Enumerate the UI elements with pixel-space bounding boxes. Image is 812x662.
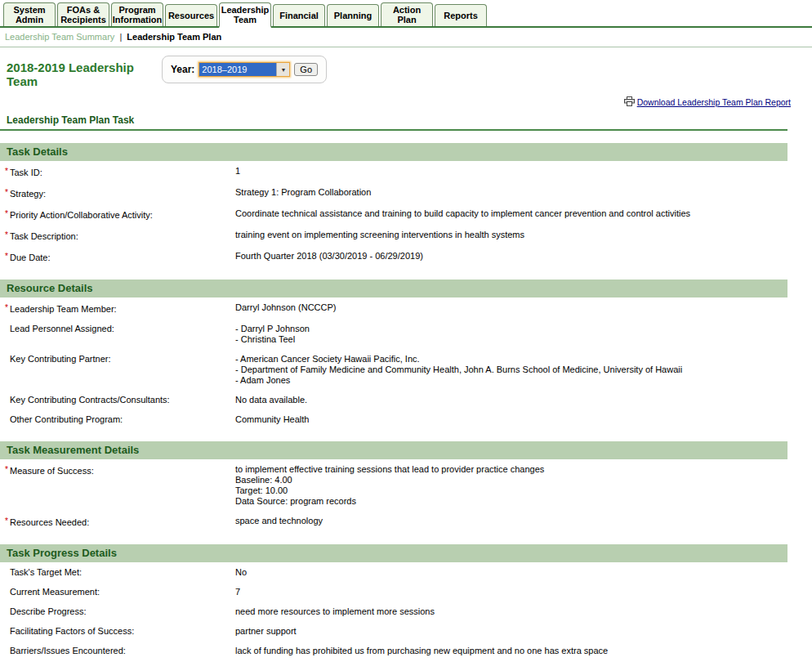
- tab-bar: System AdminFOAs & RecipientsProgram Inf…: [0, 0, 812, 28]
- field-row: *Measure of Success:to implement effecti…: [0, 459, 787, 511]
- field-value: 1: [235, 166, 787, 177]
- field-row: Barriers/Issues Encountered:lack of fund…: [0, 641, 787, 660]
- field-row: *Task ID:1: [0, 161, 787, 182]
- year-selector-box: Year: 2018–2019 ▼ Go: [162, 56, 327, 83]
- detail-section: Resource Details*Leadership Team Member:…: [0, 280, 787, 429]
- printer-icon: [624, 96, 635, 108]
- field-label-text: Key Contributing Partner:: [10, 354, 111, 364]
- field-value: No data available.: [235, 395, 787, 405]
- section-heading: Task Measurement Details: [0, 441, 787, 459]
- tab-label: Program Information: [113, 5, 163, 25]
- field-row: Key Contributing Partner:- American Canc…: [0, 349, 787, 390]
- tab-label: Leadership Team: [221, 5, 270, 25]
- field-label-text: Other Contributing Program:: [10, 414, 123, 424]
- section-heading: Task Progress Details: [0, 544, 787, 562]
- year-select-value: 2018–2019: [199, 63, 276, 76]
- field-label-text: Resources Needed:: [10, 517, 89, 527]
- field-label: Other Contributing Program:: [0, 414, 235, 425]
- field-label: Lead Personnel Assigned:: [0, 324, 235, 334]
- field-label-text: Key Contributing Contracts/Consultants:: [10, 395, 170, 405]
- field-label-text: Task's Target Met:: [10, 567, 82, 577]
- field-value: partner support: [235, 626, 787, 637]
- field-label: Current Measurement:: [0, 587, 235, 597]
- field-label: *Strategy:: [0, 187, 235, 199]
- field-label: Task's Target Met:: [0, 567, 235, 578]
- field-row: Other Contributing Program:Community Hea…: [0, 409, 787, 429]
- field-label-text: Measure of Success:: [10, 466, 94, 476]
- tab-reports[interactable]: Reports: [435, 4, 487, 26]
- breadcrumb: Leadership Team Summary | Leadership Tea…: [0, 28, 812, 47]
- tab-leadership-team[interactable]: Leadership Team: [219, 2, 271, 28]
- field-label-text: Leadership Team Member:: [10, 304, 117, 314]
- tab-action-plan[interactable]: Action Plan: [381, 2, 433, 26]
- field-value: Coordinate technical assistance and trai…: [235, 208, 787, 219]
- tab-label: FOAs & Recipients: [60, 5, 106, 25]
- go-button[interactable]: Go: [294, 63, 318, 76]
- sections-container: Task Details*Task ID:1*Strategy:Strategy…: [0, 143, 787, 662]
- field-value: Community Health: [235, 414, 787, 425]
- field-row: *Due Date:Fourth Quarter 2018 (03/30/201…: [0, 246, 787, 267]
- tab-system-admin[interactable]: System Admin: [3, 2, 56, 26]
- field-row: Current Measurement:7: [0, 582, 787, 602]
- field-value: 7: [235, 587, 787, 597]
- field-label: *Task ID:: [0, 166, 235, 178]
- tab-foas-recipients[interactable]: FOAs & Recipients: [57, 2, 109, 26]
- field-label-text: Task ID:: [10, 168, 42, 177]
- detail-section: Task Progress DetailsTask's Target Met:N…: [0, 544, 787, 662]
- field-label-text: Strategy:: [10, 189, 46, 199]
- field-value: - American Cancer Society Hawaii Pacific…: [235, 354, 787, 386]
- field-label: Key Contributing Contracts/Consultants:: [0, 395, 235, 405]
- field-value: lack of funding has prohibited us from p…: [235, 646, 787, 656]
- tab-planning[interactable]: Planning: [327, 4, 379, 26]
- tab-program-information[interactable]: Program Information: [111, 2, 163, 26]
- tab-label: Action Plan: [384, 5, 430, 25]
- page-header: 2018-2019 Leadership Team Year: 2018–201…: [0, 47, 812, 88]
- field-value: Strategy 1: Program Collaboration: [235, 187, 787, 198]
- field-label: *Task Description:: [0, 230, 235, 242]
- plan-task-heading: Leadership Team Plan Task: [0, 113, 787, 131]
- field-label-text: Task Description:: [10, 231, 78, 241]
- field-row: Key Contributing Contracts/Consultants:N…: [0, 390, 787, 409]
- field-label-text: Facilitating Factors of Success:: [10, 626, 134, 636]
- tab-label: Planning: [334, 11, 372, 20]
- field-label-text: Barriers/Issues Encountered:: [10, 646, 126, 655]
- field-row: *Strategy:Strategy 1: Program Collaborat…: [0, 182, 787, 204]
- field-value: Fourth Quarter 2018 (03/30/2019 - 06/29/…: [235, 251, 787, 262]
- page-title: 2018-2019 Leadership Team: [7, 60, 162, 88]
- tab-label: System Admin: [7, 5, 52, 25]
- tab-label: Reports: [444, 11, 478, 20]
- detail-section: Task Details*Task ID:1*Strategy:Strategy…: [0, 143, 787, 267]
- field-row: *Leadership Team Member:Darryl Johnson (…: [0, 297, 787, 319]
- field-value: - Darryl P Johnson - Christina Teel: [235, 324, 787, 345]
- field-row: *Priority Action/Collaborative Activity:…: [0, 204, 787, 225]
- tab-financial[interactable]: Financial: [273, 4, 325, 26]
- field-row: Describe Progress:need more resources to…: [0, 602, 787, 621]
- field-label-text: Priority Action/Collaborative Activity:: [10, 210, 153, 220]
- field-row: Lead Personnel Assigned:- Darryl P Johns…: [0, 319, 787, 349]
- breadcrumb-current: Leadership Team Plan: [127, 32, 221, 42]
- field-label-text: Due Date:: [10, 253, 51, 262]
- chevron-down-icon[interactable]: ▼: [276, 63, 289, 76]
- tab-resources[interactable]: Resources: [165, 4, 217, 26]
- field-label-text: Current Measurement:: [10, 587, 100, 597]
- field-label: *Due Date:: [0, 251, 235, 263]
- tab-label: Financial: [279, 11, 319, 20]
- field-value: space and technology: [235, 516, 787, 526]
- field-row: *Task Description:training event on impl…: [0, 225, 787, 246]
- field-value: need more resources to implement more se…: [235, 606, 787, 617]
- field-label: Describe Progress:: [0, 606, 235, 617]
- field-label: *Leadership Team Member:: [0, 302, 235, 315]
- year-select[interactable]: 2018–2019 ▼: [199, 62, 290, 77]
- field-row: Task's Target Met:No: [0, 562, 787, 582]
- field-label: *Measure of Success:: [0, 464, 235, 476]
- field-label: Key Contributing Partner:: [0, 354, 235, 365]
- section-heading: Resource Details: [0, 280, 787, 297]
- breadcrumb-separator: |: [119, 32, 122, 42]
- download-report-link[interactable]: Download Leadership Team Plan Report: [637, 97, 791, 107]
- field-row: *Resources Needed:space and technology: [0, 511, 787, 532]
- field-label: *Priority Action/Collaborative Activity:: [0, 208, 235, 221]
- field-label: *Resources Needed:: [0, 516, 235, 528]
- section-heading: Task Details: [0, 143, 787, 161]
- breadcrumb-link-summary[interactable]: Leadership Team Summary: [5, 32, 114, 42]
- field-label-text: Describe Progress:: [10, 606, 87, 616]
